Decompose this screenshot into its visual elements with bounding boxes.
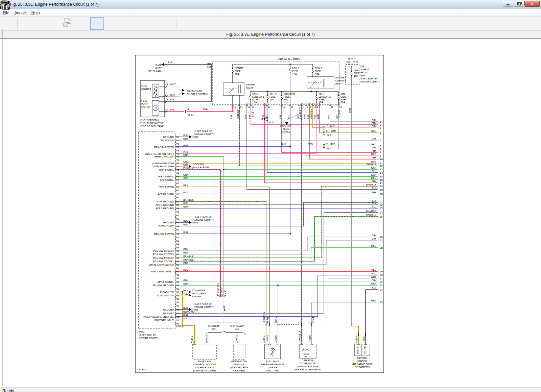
svg-text:GROUND: GROUND: [163, 221, 174, 224]
close-figure-button[interactable]: X: [2, 17, 16, 30]
restore-icon: [517, 2, 521, 5]
toolbar-separator: [525, 19, 526, 29]
svg-text:BLU/ORG: BLU/ORG: [183, 311, 194, 313]
svg-text:PNK/BLK: PNK/BLK: [299, 109, 301, 119]
svg-text:BRN: BRN: [317, 114, 319, 119]
menu-item-file[interactable]: File: [0, 10, 12, 16]
figure-caption-bar: Fig. 26: 3.3L, Engine Performance Circui…: [0, 31, 541, 39]
svg-text:21: 21: [326, 130, 329, 132]
print-button[interactable]: [178, 17, 192, 30]
svg-text:E10-B: E10-B: [338, 110, 341, 117]
svg-text:LIN LINE: LIN LINE: [364, 346, 366, 354]
restore-button[interactable]: [514, 1, 524, 7]
svg-text:11: 11: [331, 106, 333, 108]
svg-text:38: 38: [177, 281, 179, 283]
svg-text:10A: 10A: [284, 98, 288, 101]
svg-text:FUSE: FUSE: [340, 98, 347, 101]
svg-text:OF BATTERY): OF BATTERY): [354, 366, 370, 369]
svg-text:69: 69: [177, 172, 179, 174]
svg-text:CANISTER: CANISTER: [302, 359, 314, 362]
refresh-button[interactable]: [161, 17, 175, 30]
svg-text:5: 5: [380, 139, 381, 142]
svg-text:28: 28: [177, 316, 179, 318]
svg-text:BLU: BLU: [372, 170, 376, 173]
svg-text:1: 1: [363, 341, 364, 343]
svg-text:ALTERNATOR COM: ALTERNATOR COM: [152, 162, 174, 165]
svg-text:3: 3: [166, 83, 168, 86]
svg-text:G05: G05: [193, 309, 198, 311]
svg-text:2: 2: [299, 341, 301, 343]
svg-text:DOWN SHIFT: DOWN SHIFT: [159, 225, 174, 228]
svg-text:PNK: PNK: [170, 108, 175, 111]
svg-text:?: ?: [2, 0, 8, 10]
svg-text:PNK: PNK: [230, 114, 232, 119]
svg-text:14: 14: [308, 321, 311, 324]
svg-text:GRN: GRN: [183, 154, 189, 156]
svg-text:40: 40: [177, 274, 179, 276]
svg-text:BLK: BLK: [362, 336, 365, 341]
svg-text:OF DASH): OF DASH): [233, 369, 245, 372]
svg-text:BLK: BLK: [183, 223, 188, 226]
zoom-in-button[interactable]: [19, 17, 33, 30]
svg-text:PNK: PNK: [372, 156, 376, 159]
menu-item-image[interactable]: Image: [12, 10, 28, 16]
svg-text:(TOP OF: (TOP OF: [268, 366, 278, 369]
svg-text:35: 35: [177, 291, 179, 293]
svg-text:RED: RED: [371, 143, 376, 146]
svg-text:ENGINE COMPT): ENGINE COMPT): [194, 133, 214, 136]
svg-text:KEY: KEY: [211, 328, 216, 331]
pan-figure-button[interactable]: FIG: [76, 17, 90, 30]
svg-text:20A: 20A: [235, 73, 239, 76]
svg-text:BLK: BLK: [183, 134, 188, 137]
svg-text:GRN: GRN: [309, 335, 311, 341]
svg-text:10A: 10A: [354, 75, 358, 77]
svg-text:PNK: PNK: [183, 151, 188, 154]
svg-text:ON/START INPUT: ON/START INPUT: [154, 319, 174, 322]
svg-text:GRY: GRY: [372, 125, 377, 128]
svg-text:(LEFT SIDE OF: (LEFT SIDE OF: [139, 334, 156, 337]
toolbar: XFIGFIGFIGFIGFIGFINDHIDESHOW?: [0, 17, 541, 31]
save-figure-button: FIG: [62, 17, 75, 30]
close-button[interactable]: ✕: [524, 1, 540, 7]
svg-text:WHT: WHT: [266, 335, 269, 341]
menu-item-help[interactable]: Help: [29, 10, 43, 16]
next-figure-button[interactable]: FIG: [104, 17, 118, 30]
svg-text:EM31: EM31: [224, 290, 227, 296]
previous-figure-button[interactable]: FIG: [90, 17, 104, 30]
svg-text:GRY: GRY: [372, 138, 377, 140]
svg-text:UP SHIFT: UP SHIFT: [163, 312, 174, 315]
svg-text:IGN: IGN: [340, 93, 345, 96]
svg-text:52: 52: [177, 233, 179, 235]
svg-text:FUSE: FUSE: [269, 96, 276, 98]
svg-text:BOX: BOX: [207, 66, 212, 69]
svg-text:BLU: BLU: [183, 314, 188, 317]
svg-text:ECU 2: ECU 2: [269, 93, 277, 96]
svg-text:33: 33: [177, 298, 179, 300]
svg-text:26: 26: [380, 236, 383, 239]
fit-figure-window-button[interactable]: FIG: [48, 17, 61, 30]
status-bar: Ready: [0, 387, 541, 392]
svg-text:48: 48: [177, 246, 179, 249]
svg-text:24: 24: [206, 341, 208, 343]
svg-text:7: 7: [326, 125, 328, 127]
close-icon: ✕: [531, 2, 534, 6]
zoom-out-button[interactable]: [33, 17, 47, 30]
svg-text:BLU: BLU: [183, 144, 188, 147]
svg-text:39: 39: [177, 277, 179, 279]
hide-show-button[interactable]: HIDESHOW: [133, 17, 146, 30]
svg-text:60: 60: [177, 204, 179, 206]
marker-button[interactable]: [147, 17, 161, 30]
svg-text:35: 35: [380, 301, 383, 304]
svg-text:W/O SMART: W/O SMART: [230, 325, 244, 328]
svg-text:77: 77: [177, 146, 179, 148]
minimize-button[interactable]: [503, 1, 513, 7]
svg-text:BATTERY: BATTERY: [357, 357, 368, 360]
svg-text:ENGINE COMPT): ENGINE COMPT): [194, 219, 214, 221]
diagram-canvas[interactable]: M80GROUNDBLK79SELECT SWGRY7877MEMORY POW…: [0, 39, 541, 387]
svg-text:SENSOR 2: SENSOR 2: [319, 96, 331, 98]
help-button[interactable]: ?: [527, 17, 541, 30]
svg-text:APS 2 SIGNAL: APS 2 SIGNAL: [158, 175, 174, 178]
find-button[interactable]: FIND: [119, 17, 132, 30]
svg-text:FUSE: FUSE: [354, 72, 360, 75]
svg-text:BLK: BLK: [372, 202, 377, 205]
